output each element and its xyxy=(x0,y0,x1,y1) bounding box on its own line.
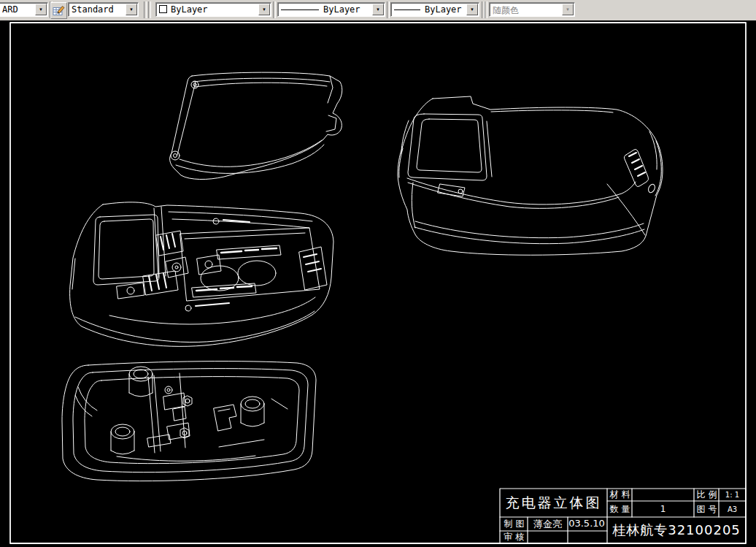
properties-toolbar: ARD ▼ Standard ▼ ByLayer ▼ ByLayer ▼ xyxy=(0,0,756,21)
chevron-down-icon: ▼ xyxy=(562,4,574,15)
toolbar-separator xyxy=(485,1,487,18)
lineweight-combo[interactable]: ByLayer ▼ xyxy=(390,2,479,17)
color-combo[interactable]: ByLayer ▼ xyxy=(155,2,271,17)
view-top-cover xyxy=(170,72,342,179)
linetype-combo-value: ByLayer xyxy=(323,4,360,15)
titleblock-material-label: 材 料 xyxy=(608,489,632,501)
cad-window: ARD ▼ Standard ▼ ByLayer ▼ ByLayer ▼ xyxy=(0,0,756,547)
color-combo-value: ByLayer xyxy=(171,4,208,15)
text-style-combo-value: Standard xyxy=(72,4,114,15)
toolbar-separator xyxy=(273,1,276,18)
chevron-down-icon[interactable]: ▼ xyxy=(372,4,384,15)
lineweight-sample-icon xyxy=(394,9,420,10)
toolbar-separator xyxy=(148,1,151,18)
titleblock-quantity-label: 数 量 xyxy=(608,501,632,517)
chevron-down-icon[interactable]: ▼ xyxy=(258,4,270,15)
drawing-canvas[interactable] xyxy=(0,20,756,547)
plot-style-combo-value: 随颜色 xyxy=(493,4,519,17)
view-bottom-base xyxy=(62,362,316,481)
titleblock-sheet-label: 图 号 xyxy=(695,501,719,517)
titleblock-drawing-title: 充电器立体图 xyxy=(501,489,606,516)
text-style-button[interactable] xyxy=(50,2,67,19)
view-assembled xyxy=(398,96,663,255)
linetype-combo[interactable]: ByLayer ▼ xyxy=(277,2,385,17)
titleblock-checked-label: 审 核 xyxy=(501,531,528,543)
titleblock-org-number: 桂林航专32100205 xyxy=(607,517,746,543)
titleblock-drawn-label: 制 图 xyxy=(501,517,528,531)
titleblock-quantity-value: 1 xyxy=(632,501,694,517)
chevron-down-icon[interactable]: ▼ xyxy=(466,4,478,15)
text-style-table-pencil-icon xyxy=(53,4,65,17)
text-style-combo[interactable]: Standard ▼ xyxy=(68,2,139,17)
view-main-body xyxy=(70,202,333,346)
style-combo[interactable]: ARD ▼ xyxy=(0,2,48,17)
titleblock-drawn-name: 薄金亮 xyxy=(528,517,568,531)
style-combo-value: ARD xyxy=(2,4,18,15)
color-swatch-icon xyxy=(159,5,167,13)
toolbar-separator xyxy=(144,1,147,18)
titleblock-scale-label: 比 例 xyxy=(695,489,719,501)
chevron-down-icon[interactable]: ▼ xyxy=(126,4,137,15)
plot-style-combo: 随颜色 ▼ xyxy=(489,2,575,17)
titleblock-scale-value: 1: 1 xyxy=(719,489,746,501)
chevron-down-icon[interactable]: ▼ xyxy=(35,4,47,15)
titleblock-drawn-date: 03.5.10 xyxy=(566,516,607,531)
linetype-sample-icon xyxy=(281,9,319,10)
toolbar-separator xyxy=(387,1,390,18)
titleblock-sheet-value: A3 xyxy=(719,501,746,517)
lineweight-combo-value: ByLayer xyxy=(425,4,462,15)
